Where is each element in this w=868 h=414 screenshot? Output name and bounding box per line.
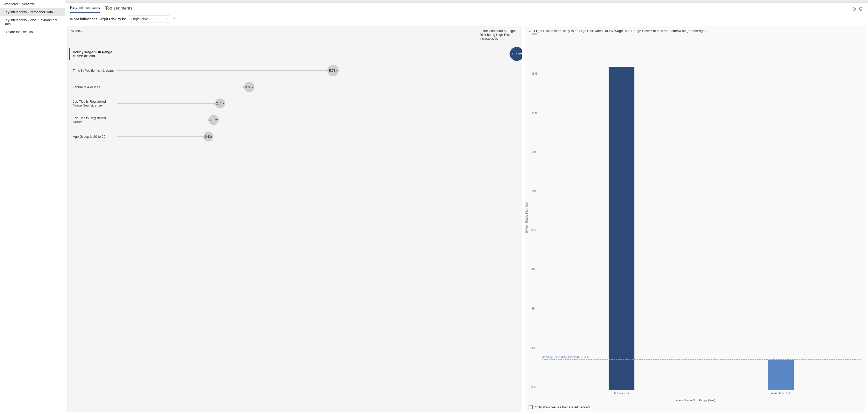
x-category: 65% or less bbox=[542, 391, 701, 395]
influencer-label: Hourly Wage % in Range is 65% or less bbox=[70, 50, 117, 58]
y-tick: 10% bbox=[531, 190, 537, 193]
influencer-label: Age Group is 20 to 29 bbox=[70, 135, 117, 138]
y-tick: 18% bbox=[531, 33, 537, 36]
sidebar: Workforce Overview Key Influencers - Per… bbox=[0, 0, 65, 414]
influencer-panel: When... ....the likelihood of Flight Ris… bbox=[67, 26, 522, 412]
thumbs-down-icon[interactable] bbox=[859, 7, 863, 11]
tab-key-influencers[interactable]: Key influencers bbox=[70, 5, 100, 13]
influencer-bubble: 5.73x bbox=[327, 65, 339, 76]
effect-label: ....the likelihood of Flight Risk being … bbox=[479, 29, 518, 40]
influencer-bubble: 3.51x bbox=[244, 82, 254, 92]
thumbs-up-icon[interactable] bbox=[851, 7, 856, 11]
y-tick: 14% bbox=[531, 111, 537, 114]
main: Key influencers Top segments What influe… bbox=[65, 0, 868, 414]
x-category: more than 65% bbox=[701, 391, 861, 395]
influencer-row[interactable]: Tenure is 4 or less▶3.51x bbox=[68, 79, 522, 95]
flight-risk-dropdown[interactable]: High Risk ▾ bbox=[129, 15, 170, 23]
y-tick: 2% bbox=[531, 346, 535, 349]
influencer-row[interactable]: Age Group is 20 to 29▶2.43x bbox=[68, 128, 522, 145]
sidebar-item-workforce-overview[interactable]: Workforce Overview bbox=[0, 0, 65, 8]
bar-chart: %Flight Risk is High Risk 0%2%4%6%8%10%1… bbox=[528, 37, 861, 397]
question-prefix: What influences Flight Risk to be bbox=[70, 17, 126, 21]
influencer-track: ▶10.59x bbox=[117, 54, 517, 54]
y-tick: 16% bbox=[531, 72, 537, 75]
dropdown-value: High Risk bbox=[131, 17, 148, 21]
influencer-track: ▶2.57x bbox=[117, 120, 517, 120]
influencer-bubble: 10.59x bbox=[510, 47, 522, 61]
chart-bar[interactable] bbox=[609, 67, 634, 390]
influencer-track: ▶3.51x bbox=[117, 87, 517, 87]
chevron-down-icon: ▾ bbox=[166, 18, 168, 20]
y-tick: 0% bbox=[531, 385, 535, 388]
influencer-label: Time in Position is <1 years bbox=[70, 69, 117, 72]
sidebar-item-key-influencers-work-env[interactable]: Key Influencers - Work Environment Data bbox=[0, 16, 65, 28]
y-tick: 4% bbox=[531, 307, 535, 310]
average-line bbox=[542, 359, 861, 359]
only-show-label: Only show values that are influencers bbox=[535, 405, 591, 409]
influencer-bubble: 2.43x bbox=[204, 132, 213, 141]
y-tick: 12% bbox=[531, 150, 537, 154]
only-show-checkbox[interactable] bbox=[529, 405, 533, 409]
influencer-row[interactable]: Job Title is Registered Nurse New Licens… bbox=[68, 95, 522, 112]
influencer-label: Job Title is Registered Nurse New Licens… bbox=[70, 100, 117, 107]
y-axis-label: %Flight Risk is High Risk bbox=[525, 201, 528, 233]
influencer-label: Tenure is 4 or less bbox=[70, 85, 117, 89]
x-axis-label: Hourly Wage % in Range (bins) bbox=[525, 398, 866, 404]
influencer-track: ▶2.43x bbox=[117, 136, 517, 137]
tab-top-segments[interactable]: Top segments bbox=[105, 6, 132, 12]
detail-chart-panel: ← Flight Risk is more likely to be High … bbox=[525, 26, 866, 412]
influencer-row[interactable]: Job Title is Registered Nurse II▶2.57x bbox=[68, 112, 522, 128]
influencer-track: ▶5.73x bbox=[117, 70, 517, 71]
help-icon[interactable]: ? bbox=[173, 17, 175, 21]
sidebar-item-key-influencers-personnel[interactable]: Key Influencers - Personnel Data bbox=[0, 8, 65, 16]
influencer-label: Job Title is Registered Nurse II bbox=[70, 116, 117, 124]
influencer-bubble: 2.74x bbox=[215, 98, 225, 108]
sidebar-item-explore-results[interactable]: Explore the Results bbox=[0, 28, 65, 36]
average-label: Average (excluding selected): 1.56% bbox=[542, 355, 588, 358]
y-tick: 6% bbox=[531, 268, 535, 271]
top-bar bbox=[65, 0, 868, 3]
detail-title: Flight Risk is more likely to be High Ri… bbox=[534, 29, 707, 33]
chart-bar[interactable] bbox=[768, 359, 794, 390]
influencer-track: ▶2.74x bbox=[117, 103, 517, 104]
y-tick: 8% bbox=[531, 228, 535, 232]
influencer-row[interactable]: Time in Position is <1 years▶5.73x bbox=[68, 62, 522, 79]
influencer-bubble: 2.57x bbox=[209, 115, 219, 125]
when-label: When... bbox=[71, 29, 83, 40]
influencer-row[interactable]: Hourly Wage % in Range is 65% or less▶10… bbox=[68, 46, 522, 62]
